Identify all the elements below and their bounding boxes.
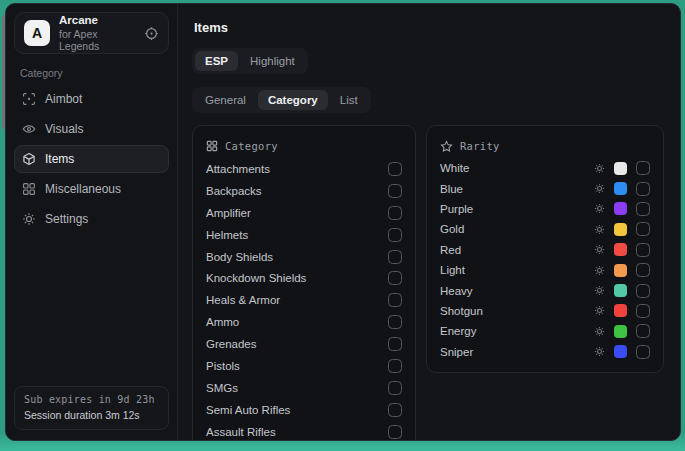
category-row: Knockdown Shields xyxy=(206,267,402,289)
mode-toggle: ESP Highlight xyxy=(192,48,308,74)
category-item-checkbox[interactable] xyxy=(388,359,402,373)
mode-highlight-button[interactable]: Highlight xyxy=(240,51,305,71)
category-item-checkbox[interactable] xyxy=(388,425,402,439)
category-item-label: Semi Auto Rifles xyxy=(206,404,290,416)
rarity-row: Energy xyxy=(440,321,650,341)
category-item-label: Body Shields xyxy=(206,251,273,263)
sidebar-item-items[interactable]: Items xyxy=(14,145,169,173)
category-item-label: Assault Rifles xyxy=(206,426,276,438)
category-list: Attachments Backpacks Amplifier Helmets … xyxy=(206,158,402,440)
rarity-color-swatch[interactable] xyxy=(614,264,627,277)
rarity-item-checkbox[interactable] xyxy=(636,284,650,298)
category-grid-icon xyxy=(206,140,218,152)
category-item-checkbox[interactable] xyxy=(388,337,402,351)
tab-general[interactable]: General xyxy=(195,90,256,110)
rarity-row-controls xyxy=(594,324,650,338)
category-row: Assault Rifles xyxy=(206,421,402,440)
sidebar-item-settings[interactable]: Settings xyxy=(14,205,169,233)
category-row: Pistols xyxy=(206,355,402,377)
category-item-checkbox[interactable] xyxy=(388,162,402,176)
rarity-item-checkbox[interactable] xyxy=(636,345,650,359)
category-item-checkbox[interactable] xyxy=(388,403,402,417)
app-meta: Arcane for Apex Legends xyxy=(59,14,135,51)
rarity-row: Light xyxy=(440,260,650,280)
category-item-label: Attachments xyxy=(206,163,270,175)
rarity-item-checkbox[interactable] xyxy=(636,202,650,216)
rarity-settings-gear-icon[interactable] xyxy=(594,203,605,214)
rarity-color-swatch[interactable] xyxy=(614,304,627,317)
rarity-row: White xyxy=(440,158,650,178)
mode-esp-button[interactable]: ESP xyxy=(195,51,238,71)
sidebar-item-miscellaneous[interactable]: Miscellaneous xyxy=(14,175,169,203)
category-item-label: Heals & Armor xyxy=(206,294,280,306)
category-item-checkbox[interactable] xyxy=(388,293,402,307)
sidebar-item-label: Settings xyxy=(45,212,88,226)
tab-list[interactable]: List xyxy=(330,90,368,110)
rarity-color-swatch[interactable] xyxy=(614,325,627,338)
eye-icon xyxy=(22,122,36,136)
rarity-item-label: Shotgun xyxy=(440,305,483,317)
rarity-item-label: Light xyxy=(440,264,465,276)
category-row: SMGs xyxy=(206,377,402,399)
rarity-row-controls xyxy=(594,161,650,175)
category-item-checkbox[interactable] xyxy=(388,250,402,264)
category-row: Grenades xyxy=(206,333,402,355)
rarity-settings-gear-icon[interactable] xyxy=(594,346,605,357)
rarity-settings-gear-icon[interactable] xyxy=(594,326,605,337)
rarity-color-swatch[interactable] xyxy=(614,345,627,358)
rarity-item-checkbox[interactable] xyxy=(636,222,650,236)
rarity-item-checkbox[interactable] xyxy=(636,243,650,257)
sidebar-item-label: Miscellaneous xyxy=(45,182,121,196)
rarity-settings-gear-icon[interactable] xyxy=(594,244,605,255)
rarity-item-label: White xyxy=(440,162,469,174)
category-row: Ammo xyxy=(206,311,402,333)
category-item-label: Pistols xyxy=(206,360,240,372)
rarity-color-swatch[interactable] xyxy=(614,223,627,236)
sidebar-item-visuals[interactable]: Visuals xyxy=(14,115,169,143)
rarity-settings-gear-icon[interactable] xyxy=(594,265,605,276)
rarity-item-label: Blue xyxy=(440,183,463,195)
rarity-item-label: Red xyxy=(440,244,461,256)
category-item-checkbox[interactable] xyxy=(388,228,402,242)
rarity-row: Heavy xyxy=(440,280,650,300)
tab-category[interactable]: Category xyxy=(258,90,328,110)
rarity-item-checkbox[interactable] xyxy=(636,161,650,175)
rarity-color-swatch[interactable] xyxy=(614,202,627,215)
cube-icon xyxy=(22,152,36,166)
rarity-item-label: Energy xyxy=(440,325,476,337)
category-item-checkbox[interactable] xyxy=(388,315,402,329)
main-content: Items ESP Highlight General Category Lis… xyxy=(178,4,680,440)
rarity-color-swatch[interactable] xyxy=(614,284,627,297)
sidebar-item-label: Visuals xyxy=(45,122,83,136)
category-item-checkbox[interactable] xyxy=(388,184,402,198)
rarity-settings-gear-icon[interactable] xyxy=(594,305,605,316)
rarity-color-swatch[interactable] xyxy=(614,243,627,256)
rarity-item-checkbox[interactable] xyxy=(636,182,650,196)
rarity-row-controls xyxy=(594,243,650,257)
category-item-checkbox[interactable] xyxy=(388,381,402,395)
tab-bar: General Category List xyxy=(192,87,371,113)
sidebar-item-aimbot[interactable]: Aimbot xyxy=(14,85,169,113)
category-item-label: SMGs xyxy=(206,382,238,394)
target-icon[interactable] xyxy=(144,26,159,41)
category-row: Backpacks xyxy=(206,180,402,202)
rarity-row-controls xyxy=(594,345,650,359)
arcane-window: A Arcane for Apex Legends Category xyxy=(5,3,681,441)
rarity-settings-gear-icon[interactable] xyxy=(594,163,605,174)
rarity-settings-gear-icon[interactable] xyxy=(594,224,605,235)
rarity-row: Shotgun xyxy=(440,301,650,321)
rarity-row: Purple xyxy=(440,199,650,219)
rarity-item-checkbox[interactable] xyxy=(636,324,650,338)
rarity-item-checkbox[interactable] xyxy=(636,304,650,318)
rarity-panel: Rarity White Blue xyxy=(426,125,664,373)
category-item-checkbox[interactable] xyxy=(388,206,402,220)
category-item-checkbox[interactable] xyxy=(388,271,402,285)
rarity-item-checkbox[interactable] xyxy=(636,263,650,277)
rarity-settings-gear-icon[interactable] xyxy=(594,183,605,194)
rarity-color-swatch[interactable] xyxy=(614,182,627,195)
app-name: Arcane xyxy=(59,14,135,27)
sub-expires-text: Sub expires in 9d 23h xyxy=(24,393,159,408)
rarity-color-swatch[interactable] xyxy=(614,162,627,175)
rarity-settings-gear-icon[interactable] xyxy=(594,285,605,296)
rarity-item-label: Gold xyxy=(440,223,464,235)
